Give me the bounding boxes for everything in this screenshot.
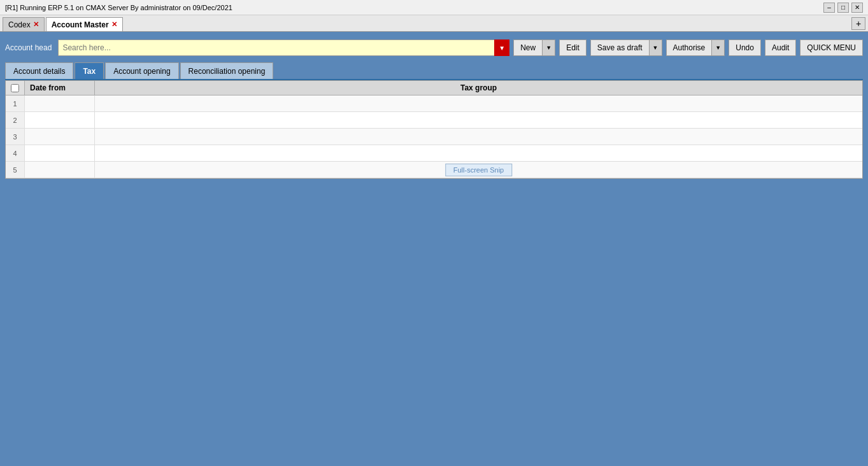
row-3-date-from[interactable]: [25, 129, 95, 145]
quick-menu-button[interactable]: QUICK MENU: [800, 39, 863, 56]
app-tab-account-master[interactable]: Account Master ✕: [46, 17, 123, 31]
row-num-4: 4: [6, 145, 25, 161]
row-2-date-from[interactable]: [25, 112, 95, 128]
tab-account-details-label: Account details: [13, 67, 65, 76]
app-tabs-bar: Codex ✕ Account Master ✕ +: [0, 15, 868, 32]
tax-grid: Date from Tax group 1 2 3 4 5: [5, 80, 863, 179]
table-row: 1: [6, 95, 862, 112]
authorise-dropdown-button[interactable]: ▼: [712, 39, 725, 56]
table-row: 3: [6, 129, 862, 145]
close-button[interactable]: ✕: [851, 3, 863, 13]
account-head-search-input[interactable]: [58, 39, 509, 56]
row-num-3: 3: [6, 129, 25, 145]
page-tabs: Account details Tax Account opening Reco…: [5, 62, 863, 80]
title-bar-text: [R1] Running ERP 5.1 on CMAX Server By a…: [5, 4, 232, 11]
main-content: Account head New ▼ Edit Save as draft ▼ …: [0, 32, 868, 466]
tab-reconciliation-opening[interactable]: Reconciliation opening: [180, 62, 274, 79]
col-header-tax-group: Tax group: [95, 81, 862, 95]
search-dropdown-button[interactable]: [494, 39, 509, 56]
save-as-draft-button-group: Save as draft ▼: [590, 39, 662, 56]
row-3-tax-group[interactable]: [95, 129, 862, 145]
edit-button[interactable]: Edit: [559, 39, 587, 56]
grid-header: Date from Tax group: [6, 81, 862, 95]
app-tab-codex[interactable]: Codex ✕: [3, 17, 45, 31]
row-1-date-from[interactable]: [25, 95, 95, 111]
row-5-date-from[interactable]: [25, 162, 95, 178]
row-4-tax-group[interactable]: [95, 145, 862, 161]
authorise-button[interactable]: Authorise: [666, 39, 713, 56]
save-as-draft-dropdown-button[interactable]: ▼: [650, 39, 662, 56]
new-button-group: New ▼: [513, 39, 555, 56]
toolbar: Account head New ▼ Edit Save as draft ▼ …: [5, 37, 863, 59]
row-4-date-from[interactable]: [25, 145, 95, 161]
audit-button[interactable]: Audit: [765, 39, 796, 56]
row-2-tax-group[interactable]: [95, 112, 862, 128]
account-head-label: Account head: [5, 43, 52, 52]
add-tab-button[interactable]: +: [851, 17, 865, 30]
app-tab-codex-label: Codex: [8, 20, 31, 29]
maximize-button[interactable]: □: [837, 3, 849, 13]
tab-tax[interactable]: Tax: [75, 62, 104, 79]
app-tab-account-master-label: Account Master: [52, 20, 109, 29]
row-num-2: 2: [6, 112, 25, 128]
table-row: 4: [6, 145, 862, 162]
tab-account-details[interactable]: Account details: [5, 62, 73, 79]
app-tab-codex-close[interactable]: ✕: [33, 20, 39, 29]
fullscreen-snip-label: Full-screen Snip: [445, 164, 512, 176]
tab-account-opening[interactable]: Account opening: [105, 62, 178, 79]
minimize-button[interactable]: –: [823, 3, 835, 13]
col-header-date-from: Date from: [25, 81, 95, 95]
app-tab-account-master-close[interactable]: ✕: [111, 20, 117, 29]
grid-header-checkbox[interactable]: [6, 81, 25, 95]
tab-reconciliation-opening-label: Reconciliation opening: [189, 67, 266, 76]
title-bar-controls: – □ ✕: [823, 3, 863, 13]
table-row: 2: [6, 112, 862, 129]
undo-button[interactable]: Undo: [729, 39, 761, 56]
save-as-draft-button[interactable]: Save as draft: [590, 39, 650, 56]
tab-tax-label: Tax: [83, 67, 96, 76]
authorise-button-group: Authorise ▼: [666, 39, 725, 56]
row-num-5: 5: [6, 162, 25, 178]
title-bar: [R1] Running ERP 5.1 on CMAX Server By a…: [0, 0, 868, 15]
row-5-tax-group[interactable]: Full-screen Snip: [95, 162, 862, 178]
select-all-checkbox[interactable]: [11, 84, 19, 92]
table-row: 5 Full-screen Snip: [6, 162, 862, 178]
new-button[interactable]: New: [513, 39, 543, 56]
row-1-tax-group[interactable]: [95, 95, 862, 111]
new-dropdown-button[interactable]: ▼: [543, 39, 555, 56]
row-num-1: 1: [6, 95, 25, 111]
account-head-search-wrapper: [58, 39, 509, 56]
tab-account-opening-label: Account opening: [113, 67, 170, 76]
